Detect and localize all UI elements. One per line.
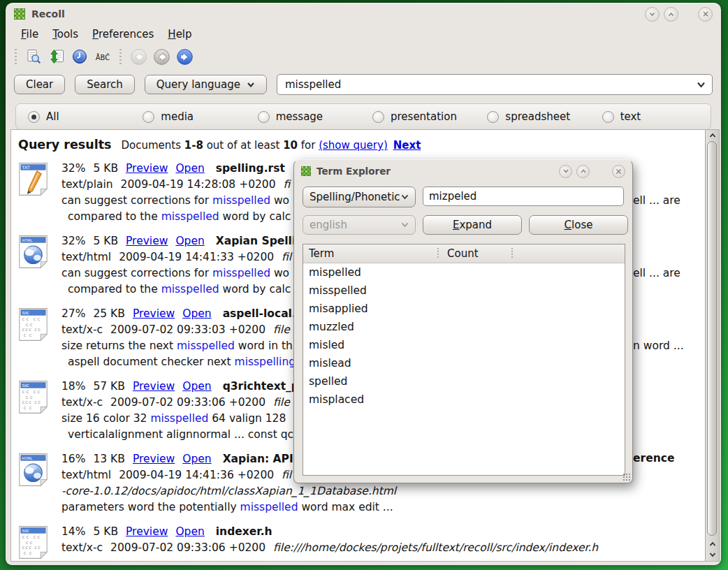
- snippet-text: can suggest corrections for: [61, 267, 212, 279]
- dialog-titlebar[interactable]: Term Explorer: [294, 160, 632, 181]
- dialog-close-button[interactable]: [612, 165, 625, 178]
- page-previous-button[interactable]: [152, 47, 171, 66]
- term-row[interactable]: muzzled: [303, 318, 625, 336]
- snippet-text: compared to the: [68, 283, 161, 295]
- radio-icon[interactable]: [602, 111, 614, 123]
- radio-label[interactable]: message: [276, 110, 323, 123]
- open-link[interactable]: Open: [182, 453, 211, 465]
- document-search-button[interactable]: [24, 47, 43, 66]
- term-row[interactable]: mislead: [303, 354, 625, 372]
- page-next-button[interactable]: [175, 47, 194, 66]
- term-cell: mispelled: [303, 263, 442, 282]
- toolbar-handle[interactable]: [119, 49, 122, 64]
- radio-label[interactable]: presentation: [391, 110, 457, 123]
- radio-label[interactable]: All: [46, 110, 59, 123]
- open-link[interactable]: Open: [175, 525, 204, 538]
- search-button[interactable]: Search: [75, 75, 135, 94]
- menu-item-preferences[interactable]: Preferences: [85, 27, 161, 42]
- column-header-count[interactable]: Count: [442, 247, 479, 260]
- term-row[interactable]: misled: [303, 336, 625, 354]
- document-history-button[interactable]: [70, 47, 89, 66]
- radio-label[interactable]: spreadsheet: [505, 110, 570, 123]
- show-query-link[interactable]: (show query): [319, 139, 388, 152]
- radio-icon[interactable]: [143, 111, 154, 123]
- chevron-up-icon: [667, 11, 675, 17]
- term-row[interactable]: misapplied: [303, 300, 625, 318]
- mime-type: text/x-c: [61, 541, 103, 554]
- column-header-term[interactable]: Term: [303, 247, 442, 260]
- term-row[interactable]: mispelled: [303, 263, 625, 282]
- term-row[interactable]: misplaced: [303, 390, 625, 409]
- term-input[interactable]: [423, 187, 624, 206]
- open-link[interactable]: Open: [182, 307, 211, 320]
- language-select[interactable]: english: [303, 215, 416, 235]
- menu-item-tools[interactable]: Tools: [45, 27, 85, 42]
- scroll-down-button[interactable]: [706, 550, 719, 560]
- toolbar-handle[interactable]: [15, 49, 17, 64]
- chevron-down-icon: [401, 194, 409, 200]
- preview-link[interactable]: Preview: [133, 453, 175, 465]
- menu-item-help[interactable]: Help: [161, 27, 198, 42]
- relevance-percent: 14%: [61, 525, 85, 538]
- scrollbar-thumb[interactable]: [707, 141, 717, 536]
- snippet-text: word max edit ...: [298, 501, 393, 513]
- next-page-link[interactable]: Next: [393, 139, 421, 152]
- snippet-text: word by calc: [219, 210, 291, 223]
- result-meta-line: text/x-c2009-07-02 09:33:06 +0200file://…: [61, 540, 690, 556]
- resize-grip[interactable]: [623, 473, 630, 481]
- expand-button[interactable]: Expand: [423, 215, 522, 235]
- radio-label[interactable]: text: [620, 110, 641, 123]
- scroll-up-button-bottom[interactable]: [706, 539, 719, 549]
- search-mode-select[interactable]: Query language: [145, 75, 267, 94]
- dialog-close-action-button[interactable]: Close: [529, 215, 628, 235]
- radio-icon[interactable]: [28, 111, 40, 123]
- radio-label[interactable]: media: [161, 110, 194, 123]
- clear-button[interactable]: Clear: [14, 75, 65, 94]
- filter-radio-all[interactable]: All: [19, 110, 133, 123]
- snippet-text: aspell document checker next: [68, 356, 235, 368]
- term-row[interactable]: misspelled: [303, 282, 625, 300]
- open-link[interactable]: Open: [175, 162, 204, 175]
- snippet-line: parameters word the potentially misspell…: [61, 499, 690, 516]
- titlebar[interactable]: Recoll: [6, 3, 721, 23]
- filter-radio-message[interactable]: message: [249, 110, 363, 123]
- preview-link[interactable]: Preview: [126, 162, 168, 175]
- term-cell: spelled: [303, 372, 442, 390]
- expansion-mode-select[interactable]: Spelling/Phonetic: [303, 187, 416, 207]
- column-separator[interactable]: [437, 248, 439, 259]
- open-link[interactable]: Open: [182, 380, 211, 393]
- menu-item-file[interactable]: File: [14, 27, 45, 42]
- filter-radio-media[interactable]: media: [133, 110, 248, 123]
- query-combobox[interactable]: [277, 74, 713, 95]
- filter-radio-text[interactable]: text: [593, 110, 708, 123]
- query-input[interactable]: [284, 78, 697, 92]
- shade-button[interactable]: [645, 7, 660, 22]
- radio-icon[interactable]: [487, 111, 499, 123]
- dialog-shade-button[interactable]: [559, 165, 572, 178]
- chevron-down-icon[interactable]: [697, 82, 706, 88]
- unshade-button[interactable]: [664, 7, 678, 22]
- source-code-document-icon: [18, 380, 52, 451]
- page-first-button[interactable]: [129, 47, 148, 66]
- column-separator[interactable]: [511, 248, 513, 259]
- sort-by-date-button[interactable]: [47, 47, 66, 66]
- open-link[interactable]: Open: [175, 235, 204, 247]
- radio-icon[interactable]: [372, 111, 384, 123]
- preview-link[interactable]: Preview: [126, 525, 168, 538]
- filter-radio-presentation[interactable]: presentation: [363, 110, 478, 123]
- chevron-up-icon: [580, 168, 587, 174]
- radio-icon[interactable]: [258, 111, 270, 123]
- preview-link[interactable]: Preview: [133, 307, 175, 320]
- close-icon: [616, 168, 622, 175]
- preview-link[interactable]: Preview: [126, 235, 168, 247]
- vertical-scrollbar[interactable]: [705, 130, 719, 561]
- filter-radio-spreadsheet[interactable]: spreadsheet: [478, 110, 592, 123]
- relevance-percent: 18%: [61, 380, 85, 393]
- scroll-up-button[interactable]: [706, 131, 719, 140]
- term-explorer-button[interactable]: ÅBĈ: [93, 47, 112, 66]
- overflow-text-fragment: ell ... are: [633, 194, 680, 207]
- close-button[interactable]: [698, 7, 713, 22]
- term-row[interactable]: spelled: [303, 372, 625, 390]
- dialog-unshade-button[interactable]: [576, 165, 590, 178]
- preview-link[interactable]: Preview: [133, 380, 175, 393]
